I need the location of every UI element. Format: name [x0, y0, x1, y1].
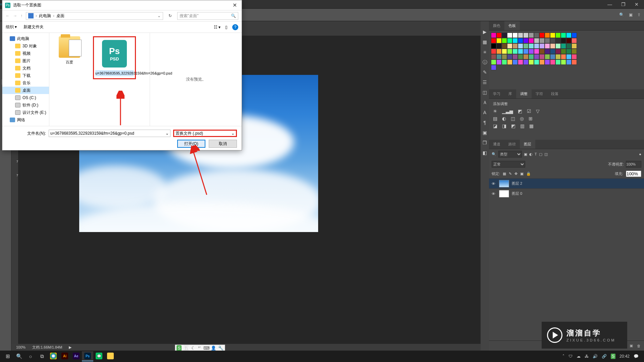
- refresh-icon[interactable]: ↻: [166, 13, 174, 18]
- new-layer-icon[interactable]: ▣: [630, 344, 633, 348]
- timeline-icon[interactable]: ▦: [482, 39, 488, 45]
- swatch[interactable]: [550, 59, 555, 65]
- swatch[interactable]: [550, 38, 555, 43]
- swatch[interactable]: [539, 59, 545, 65]
- lock-pixels-icon[interactable]: ▦: [503, 172, 506, 176]
- tray-link-icon[interactable]: 🔗: [602, 354, 607, 359]
- thresh-icon[interactable]: ◩: [511, 123, 515, 129]
- organize-menu[interactable]: 组织 ▾: [6, 24, 17, 30]
- glyph-icon[interactable]: Ａ: [482, 100, 488, 106]
- tray-clock[interactable]: 20:42: [620, 354, 630, 359]
- fill-input[interactable]: [626, 171, 641, 177]
- swatch[interactable]: [572, 49, 577, 54]
- invert-icon[interactable]: ◪: [493, 123, 497, 129]
- layers-icon[interactable]: ◧: [482, 150, 488, 156]
- swatch[interactable]: [491, 54, 496, 59]
- swatch[interactable]: [523, 59, 529, 65]
- filetype-field[interactable]: 置换文件 (.psd)⌄: [173, 130, 237, 137]
- filter-smart-icon[interactable]: ◫: [544, 152, 548, 156]
- swatch[interactable]: [502, 54, 507, 59]
- align-icon[interactable]: ☰: [482, 80, 488, 86]
- crumb-segment[interactable]: 桌面: [56, 13, 64, 19]
- swatch[interactable]: [512, 54, 518, 59]
- status-arrow-icon[interactable]: ▶: [69, 345, 71, 350]
- cube-icon[interactable]: ❒: [482, 140, 488, 146]
- swatch[interactable]: [572, 54, 577, 59]
- swatch[interactable]: [518, 38, 523, 43]
- swatch[interactable]: [550, 43, 555, 49]
- swatch[interactable]: [496, 43, 502, 49]
- swatch[interactable]: [566, 33, 572, 38]
- swatch[interactable]: [491, 33, 496, 38]
- tray-shield-icon[interactable]: 🛡: [568, 354, 573, 359]
- hue-icon[interactable]: ▤: [493, 116, 497, 121]
- swatch[interactable]: [555, 38, 561, 43]
- swatch[interactable]: [496, 49, 502, 54]
- nav-fwd-icon[interactable]: →: [13, 13, 17, 18]
- lock-all-icon[interactable]: 🔒: [526, 172, 531, 176]
- tree-node-drive-c[interactable]: OS (C:): [2, 94, 49, 101]
- taskbar-app-ai[interactable]: Ai: [59, 351, 70, 361]
- visibility-icon[interactable]: 👁: [492, 182, 496, 186]
- swatch[interactable]: [523, 54, 529, 59]
- note-icon[interactable]: ▣: [482, 130, 488, 136]
- filter-shape-icon[interactable]: ▢: [539, 152, 542, 156]
- photo-icon[interactable]: ◫: [511, 116, 515, 121]
- info-icon[interactable]: ⓘ: [482, 59, 488, 65]
- frame-icon[interactable]: ▣: [629, 12, 633, 17]
- tray-ime-icon[interactable]: S: [611, 354, 615, 359]
- swatch[interactable]: [523, 33, 529, 38]
- close-icon[interactable]: ✕: [231, 2, 239, 8]
- swatch[interactable]: [491, 65, 496, 70]
- swatch[interactable]: [545, 43, 550, 49]
- swatch[interactable]: [502, 43, 507, 49]
- preview-pane-icon[interactable]: ▯: [225, 25, 228, 30]
- brush-icon[interactable]: ✎: [482, 70, 488, 76]
- taskbar-app-ps[interactable]: Ps: [82, 351, 93, 361]
- swatch[interactable]: [566, 59, 572, 65]
- ime-moon-icon[interactable]: ☾: [191, 346, 195, 351]
- nav-up-icon[interactable]: ↑: [20, 13, 22, 18]
- swatch[interactable]: [561, 33, 566, 38]
- tray-vol-icon[interactable]: 🔊: [593, 354, 598, 359]
- swatch[interactable]: [496, 54, 502, 59]
- swatch[interactable]: [566, 54, 572, 59]
- swatch[interactable]: [534, 38, 539, 43]
- swatch[interactable]: [529, 49, 534, 54]
- filter-adj-icon[interactable]: ◐: [529, 152, 533, 156]
- filter-txt-icon[interactable]: T: [535, 152, 537, 156]
- swatch[interactable]: [539, 33, 545, 38]
- trash-icon[interactable]: 🗑: [637, 344, 641, 348]
- tree-node-drive-e[interactable]: 设计文件 (E:): [2, 109, 49, 116]
- swatch[interactable]: [572, 33, 577, 38]
- swatch[interactable]: [529, 33, 534, 38]
- tray-up-icon[interactable]: ˄: [562, 354, 564, 359]
- swatch[interactable]: [502, 49, 507, 54]
- swatch[interactable]: [529, 54, 534, 59]
- swatch[interactable]: [523, 49, 529, 54]
- folder-tree[interactable]: 此电脑 3D 对象 视频 图片 文档 下载 音乐 桌面 OS (C:) 软件 (…: [2, 33, 49, 126]
- tree-node-downloads[interactable]: 下载: [2, 72, 49, 79]
- swatch[interactable]: [539, 43, 545, 49]
- swatch[interactable]: [512, 49, 518, 54]
- taskbar-app-wechat[interactable]: 💬: [93, 351, 105, 361]
- tree-node-network[interactable]: 网络: [2, 116, 49, 124]
- swatch[interactable]: [529, 43, 534, 49]
- tree-node-this-pc[interactable]: 此电脑: [2, 35, 49, 42]
- filter-img-icon[interactable]: ▣: [524, 152, 527, 156]
- view-mode-icon[interactable]: ☷ ▾: [214, 25, 220, 30]
- opacity-input[interactable]: [626, 161, 641, 168]
- tab-swatches[interactable]: 色板: [504, 21, 520, 30]
- taskbar-app-ae[interactable]: Ae: [70, 351, 82, 361]
- swatch[interactable]: [550, 49, 555, 54]
- swatch[interactable]: [545, 54, 550, 59]
- layer-row[interactable]: 👁 图层 2: [489, 178, 644, 188]
- swatch[interactable]: [555, 54, 561, 59]
- tray-net-icon[interactable]: 🖧: [585, 354, 589, 359]
- lock-move-icon[interactable]: ✥: [514, 172, 517, 176]
- breadcrumb[interactable]: › 此电脑 › 桌面 ⌄: [26, 12, 163, 20]
- file-psd[interactable]: PsPSD u=3678683595,3229283159&fm=26&gp=0…: [95, 40, 134, 76]
- swatch[interactable]: [534, 49, 539, 54]
- layer-thumb[interactable]: [499, 180, 509, 187]
- swatch[interactable]: [566, 43, 572, 49]
